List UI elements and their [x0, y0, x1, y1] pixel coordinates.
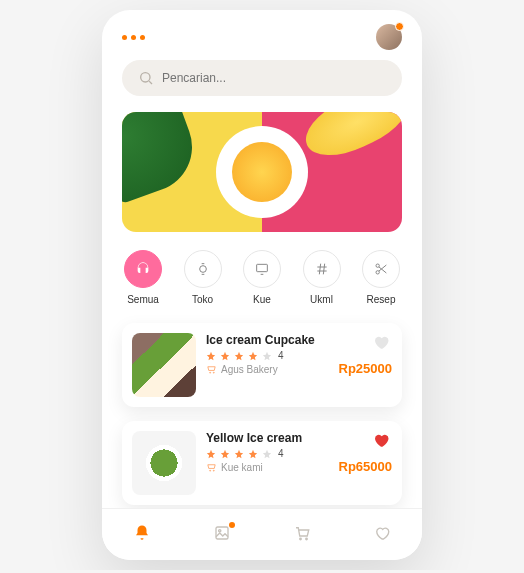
- header: [102, 10, 422, 60]
- product-info: Yellow Ice cream 4 Kue kami Rp65000: [206, 431, 392, 495]
- cart-icon: [206, 462, 217, 473]
- product-title: Yellow Ice cream: [206, 431, 392, 445]
- star-icon: [206, 351, 216, 361]
- category-resep[interactable]: Resep: [362, 250, 400, 305]
- svg-point-9: [376, 271, 379, 274]
- category-toko[interactable]: Toko: [184, 250, 222, 305]
- product-title: Ice cream Cupcake: [206, 333, 392, 347]
- svg-point-12: [210, 372, 211, 373]
- category-label: Toko: [192, 294, 213, 305]
- svg-point-13: [213, 372, 214, 373]
- cart-icon: [206, 364, 217, 375]
- seller-name: Agus Bakery: [221, 364, 278, 375]
- category-label: Semua: [127, 294, 159, 305]
- hash-icon: [314, 261, 330, 277]
- star-icon: [206, 449, 216, 459]
- search-icon: [138, 70, 154, 86]
- star-icon: [220, 449, 230, 459]
- badge-dot: [229, 522, 235, 528]
- product-thumbnail: [132, 333, 196, 397]
- star-icon: [234, 351, 244, 361]
- category-label: Kue: [253, 294, 271, 305]
- category-label: Ukml: [310, 294, 333, 305]
- svg-point-18: [300, 538, 302, 540]
- svg-point-8: [376, 264, 379, 267]
- product-info: Ice cream Cupcake 4 Agus Bakery Rp25000: [206, 333, 392, 397]
- leaf-decoration: [122, 112, 205, 205]
- nav-notifications[interactable]: [133, 524, 151, 546]
- headset-icon: [135, 261, 151, 277]
- svg-point-14: [210, 470, 211, 471]
- nav-cart[interactable]: [293, 524, 311, 546]
- bottom-nav: [102, 508, 422, 560]
- category-row: Semua Toko Kue Ukml Resep: [122, 250, 402, 305]
- rating: 4: [206, 448, 392, 459]
- heart-icon: [372, 333, 390, 351]
- category-semua[interactable]: Semua: [124, 250, 162, 305]
- svg-line-6: [319, 264, 320, 275]
- star-empty-icon: [262, 351, 272, 361]
- svg-line-1: [149, 81, 152, 84]
- star-empty-icon: [262, 449, 272, 459]
- product-card[interactable]: Yellow Ice cream 4 Kue kami Rp65000: [122, 421, 402, 505]
- heart-outline-icon: [373, 524, 391, 542]
- rating-count: 4: [278, 350, 284, 361]
- content-scroll: Semua Toko Kue Ukml Resep Ice c: [102, 60, 422, 508]
- price: Rp25000: [339, 361, 392, 376]
- favorite-button[interactable]: [372, 431, 392, 451]
- star-icon: [220, 351, 230, 361]
- scissors-icon: [373, 261, 389, 277]
- banana-decoration: [297, 112, 402, 168]
- svg-point-19: [306, 538, 308, 540]
- svg-point-17: [219, 529, 221, 531]
- seller-name: Kue kami: [221, 462, 263, 473]
- hero-banner[interactable]: [122, 112, 402, 232]
- menu-dots-icon[interactable]: [122, 35, 145, 40]
- favorite-button[interactable]: [372, 333, 392, 353]
- rating: 4: [206, 350, 392, 361]
- price: Rp65000: [339, 459, 392, 474]
- svg-point-2: [199, 266, 206, 273]
- cart-icon: [293, 524, 311, 542]
- heart-filled-icon: [372, 431, 390, 449]
- svg-point-0: [141, 73, 150, 82]
- star-icon: [248, 449, 258, 459]
- category-label: Resep: [367, 294, 396, 305]
- nav-favorites[interactable]: [373, 524, 391, 546]
- star-icon: [248, 351, 258, 361]
- app-frame: Semua Toko Kue Ukml Resep Ice c: [102, 10, 422, 560]
- category-ukml[interactable]: Ukml: [303, 250, 341, 305]
- product-thumbnail: [132, 431, 196, 495]
- watch-icon: [195, 261, 211, 277]
- nav-gallery[interactable]: [213, 524, 231, 546]
- monitor-icon: [254, 261, 270, 277]
- star-icon: [234, 449, 244, 459]
- category-kue[interactable]: Kue: [243, 250, 281, 305]
- rating-count: 4: [278, 448, 284, 459]
- svg-point-15: [213, 470, 214, 471]
- product-card[interactable]: Ice cream Cupcake 4 Agus Bakery Rp25000: [122, 323, 402, 407]
- search-field[interactable]: [162, 71, 386, 85]
- svg-rect-3: [257, 264, 268, 271]
- search-input[interactable]: [122, 60, 402, 96]
- svg-rect-16: [216, 527, 228, 539]
- avatar[interactable]: [376, 24, 402, 50]
- svg-line-7: [323, 264, 324, 275]
- bell-icon: [133, 524, 151, 542]
- bowl-decoration: [216, 126, 308, 218]
